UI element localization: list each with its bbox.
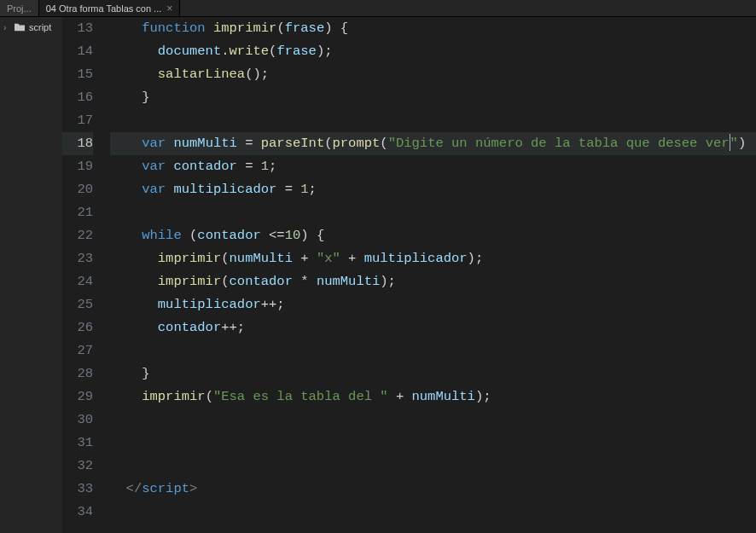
- code-line[interactable]: var contador = 1;: [110, 155, 756, 178]
- line-number: 14: [62, 40, 93, 63]
- line-number: 34: [62, 501, 93, 524]
- line-number: 23: [62, 247, 93, 270]
- tab-label: Proj...: [7, 3, 32, 14]
- code-line[interactable]: [110, 432, 756, 455]
- line-number: 26: [62, 316, 93, 339]
- line-number: 20: [62, 178, 93, 201]
- tab-project[interactable]: Proj...: [0, 0, 39, 16]
- code-line[interactable]: var multiplicador = 1;: [110, 178, 756, 201]
- code-line[interactable]: imprimir(contador * numMulti);: [110, 270, 756, 293]
- line-number: 21: [62, 201, 93, 224]
- line-number-gutter: 1314151617181920212223242526272829303132…: [62, 17, 105, 533]
- code-line[interactable]: var numMulti = parseInt(prompt("Digite u…: [110, 132, 756, 155]
- line-number: 33: [62, 478, 93, 501]
- code-line[interactable]: }: [110, 86, 756, 109]
- code-line[interactable]: [110, 339, 756, 362]
- code-line[interactable]: </script>: [110, 478, 756, 501]
- line-number: 27: [62, 339, 93, 362]
- code-line[interactable]: function imprimir(frase) {: [110, 17, 756, 40]
- close-icon[interactable]: ×: [166, 3, 172, 14]
- line-number: 31: [62, 432, 93, 455]
- line-number: 28: [62, 362, 93, 385]
- code-line[interactable]: saltarLinea();: [110, 63, 756, 86]
- sidebar-item-script[interactable]: › script: [0, 20, 62, 34]
- code-line[interactable]: [110, 501, 756, 524]
- sidebar-item-label: script: [29, 22, 51, 32]
- line-number: 13: [62, 17, 93, 40]
- chevron-right-icon: ›: [3, 23, 10, 32]
- code-line[interactable]: imprimir("Esa es la tabla del " + numMul…: [110, 385, 756, 408]
- code-line[interactable]: [110, 408, 756, 432]
- text-cursor: [730, 134, 730, 151]
- code-line[interactable]: multiplicador++;: [110, 293, 756, 316]
- code-line[interactable]: imprimir(numMulti + "x" + multiplicador)…: [110, 247, 756, 270]
- folder-icon: [14, 22, 26, 32]
- line-number: 22: [62, 224, 93, 247]
- code-line[interactable]: [110, 201, 756, 224]
- main-row: › script 1314151617181920212223242526272…: [0, 17, 756, 533]
- line-number: 30: [62, 408, 93, 432]
- sidebar: › script: [0, 17, 62, 533]
- line-number: 18: [62, 132, 93, 155]
- tab-label: 04 Otra forma Tablas con ...: [46, 3, 162, 14]
- line-number: 24: [62, 270, 93, 293]
- line-number: 29: [62, 385, 93, 408]
- code-line[interactable]: document.write(frase);: [110, 40, 756, 63]
- line-number: 19: [62, 155, 93, 178]
- code-editor[interactable]: 1314151617181920212223242526272829303132…: [62, 17, 756, 533]
- line-number: 32: [62, 455, 93, 478]
- line-number: 17: [62, 109, 93, 132]
- code-area[interactable]: function imprimir(frase) { document.writ…: [105, 17, 756, 533]
- code-line[interactable]: [110, 109, 756, 132]
- code-line[interactable]: while (contador <=10) {: [110, 224, 756, 247]
- line-number: 16: [62, 86, 93, 109]
- code-line[interactable]: }: [110, 362, 756, 385]
- tab-bar: Proj... 04 Otra forma Tablas con ... ×: [0, 0, 756, 17]
- line-number: 25: [62, 293, 93, 316]
- code-line[interactable]: [110, 455, 756, 478]
- tab-file[interactable]: 04 Otra forma Tablas con ... ×: [39, 0, 181, 16]
- line-number: 15: [62, 63, 93, 86]
- code-line[interactable]: contador++;: [110, 316, 756, 339]
